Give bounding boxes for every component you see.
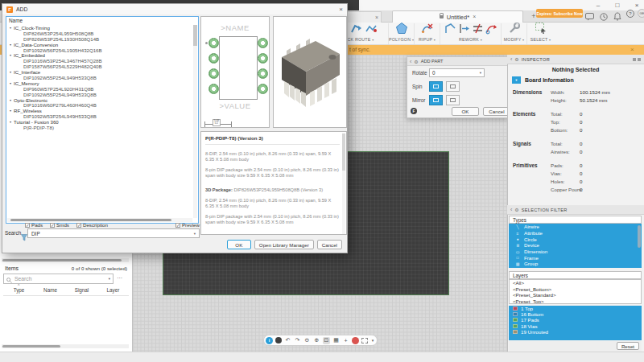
canvas-tool-icon[interactable]: ⊕ [313,337,320,344]
select-icon[interactable] [535,22,547,38]
scrollbar-thumb[interactable] [638,225,641,248]
scrollbar-thumb[interactable] [193,25,197,46]
filter-type-row[interactable]: ╲ Airwire [509,224,642,230]
notification-close-icon[interactable]: × [630,46,634,54]
tree-item[interactable]: ▾ DIP1092W53P254L949H533Q8B [6,113,192,119]
toolbar-group-select[interactable]: SELECT ▾ [526,23,554,44]
checkbox-checked-icon[interactable]: ✓ [50,223,55,228]
polygon-icon[interactable] [395,22,408,38]
column-header[interactable]: Name [35,287,66,293]
mirror-on-button[interactable] [446,95,460,105]
tree-expand-icon[interactable]: ▾ [10,109,11,113]
tree-item[interactable]: ▾ DIP1092W56P254L1905H432Q16B [6,47,192,53]
scrollbar-vertical[interactable] [193,25,197,218]
add-part-ok-button[interactable]: OK [452,107,479,116]
scrollbar-thumb[interactable] [2,345,60,348]
mirror-off-button[interactable] [429,95,443,105]
minimize-button[interactable]: – [592,1,604,10]
add-dialog-titlebar[interactable]: F ADD × [2,4,347,14]
column-header[interactable]: Layer [97,287,129,293]
layer-row[interactable]: 17 Pads [509,317,642,323]
panel-pin-icons[interactable] [633,58,641,61]
rework-curve-icon[interactable] [485,23,497,38]
checkbox-option[interactable]: ✓ Pads [25,222,43,228]
subscribe-button[interactable]: Expires: Subscribe Now [536,9,583,18]
rotate-dropdown[interactable]: 0 ▾ [429,68,485,77]
tree-item[interactable]: ▾ DIP1092W55P254L949H533Q8B [6,75,192,80]
active-document-tab[interactable]: Untitled* × [392,10,523,23]
toolbar-group-ripup[interactable]: RIPUP ▾ [414,23,440,44]
scrollbar-horizontal[interactable] [2,258,129,262]
tree-item[interactable]: ▾ DIP826W53P254L1930H508Q14B [6,36,192,42]
tree-name-column-header[interactable]: Name [9,18,23,23]
scrollbar-thumb[interactable] [342,134,345,171]
tree-item[interactable]: ▾ IC_Clock-Timing [6,25,192,31]
tree-expand-icon[interactable]: ▾ [10,43,11,47]
ripup-icon[interactable] [421,22,434,38]
spin-0-button[interactable] [429,81,443,92]
canvas-tool-icon[interactable] [352,337,359,344]
dialog-button[interactable]: Open Library Manager [254,240,314,249]
tree-item[interactable]: ▾ RF_Wireless [6,108,192,113]
filter-type-row[interactable]: ▭ Dimension [509,249,642,255]
filter-type-row[interactable]: ≡ Attribute [509,230,642,237]
inspector-header[interactable]: ‹ ⚙ INSPECTOR [507,55,644,64]
canvas-tool-icon[interactable]: ↶ [284,337,291,344]
chevron-down-icon[interactable]: ▾ [109,277,110,281]
dialog-button[interactable]: Cancel [317,240,342,249]
checkbox-checked-icon[interactable]: ✓ [175,223,180,228]
toolbar-group-modify[interactable]: MODIFY ▾ [501,23,526,44]
collapse-panel-icon[interactable]: ‹ [410,59,411,64]
help-icon[interactable]: ? [626,10,634,18]
tree-item[interactable]: ▾ IC_Interface [6,69,192,75]
column-header[interactable]: Type [3,287,35,293]
filter-type-row[interactable]: ≣ Device [509,242,642,249]
collapse-panel-icon[interactable]: ‹ [510,56,512,62]
filter-icon[interactable] [21,230,27,245]
column-header[interactable]: Signal [66,287,97,293]
toolbar-group-rework[interactable]: REWORK ▾ [440,23,501,44]
rework-corner-icon[interactable] [444,23,456,38]
canvas-tool-icon[interactable]: ▾ [370,337,375,344]
filter-type-row[interactable]: □ Frame [509,254,642,261]
tree-item[interactable]: ▾ DIP1092W55P254L949H533Q8B [6,92,192,97]
dialog-button[interactable]: OK [227,240,251,249]
checkbox-checked-icon[interactable]: ✓ [76,223,81,228]
canvas-tool-icon[interactable]: ⊡ [323,337,330,344]
tree-item[interactable]: ▾ DIP1587W56P254L5229H482Q40B [6,64,192,69]
layer-row[interactable]: 1 Top [509,306,642,311]
layer-preset-row[interactable]: <Preset_Bottom> [510,286,641,293]
checkbox-option[interactable]: ✓ Smds [50,222,69,228]
reset-button[interactable]: Reset [617,342,639,350]
toolbar-group-polygon[interactable]: POLYGON ▾ [388,23,414,44]
canvas-tool-icon[interactable] [275,337,282,343]
close-tab-icon[interactable]: × [473,14,476,20]
quick-route-diff-icon[interactable] [365,23,378,38]
add-part-header[interactable]: ‹ ⚙ ADD PART [407,57,507,66]
scrollbar-vertical[interactable] [342,133,345,235]
layer-preset-row[interactable]: <All> [510,280,641,286]
tree-item[interactable]: ▾ DIP960W57P254L920H431Q8B [6,86,192,92]
canvas-tool-icon[interactable]: + [342,337,349,344]
items-search-input[interactable]: Search ▾ [3,274,114,284]
layer-row[interactable]: 18 Vias [509,323,642,329]
items-more-button[interactable]: ⋯ [117,275,123,282]
quick-route-alt-icon[interactable] [350,23,363,38]
maximize-button[interactable]: □ [612,1,623,10]
tree-expand-icon[interactable]: ▾ [10,98,11,102]
tree-item[interactable]: ▾ Opto-Electronic [6,97,192,103]
canvas-tool-icon[interactable]: ⊖ [303,337,311,344]
checkbox-checked-icon[interactable]: ✓ [25,223,30,228]
filter-type-row[interactable]: ▦ Group [509,261,642,267]
tree-item[interactable]: ▾ IC_Embedded [6,52,192,58]
tree-expand-icon[interactable]: ▾ [10,70,11,74]
selection-filter-header[interactable]: ‹ ⚙ SELECTION FILTER [507,205,644,215]
canvas-tool-icon[interactable] [361,338,368,343]
scrollbar-horizontal[interactable] [2,344,129,348]
tree-item[interactable]: ▾ Tutorial - Fusion 360 [6,119,192,125]
scrollbar-thumb[interactable] [2,259,122,261]
notifications-bell-icon[interactable] [613,10,622,18]
add-part-cancel-button[interactable]: Cancel [483,107,510,116]
tree-expand-icon[interactable]: ▾ [10,53,11,57]
collapse-panel-icon[interactable]: ‹ [510,207,512,212]
